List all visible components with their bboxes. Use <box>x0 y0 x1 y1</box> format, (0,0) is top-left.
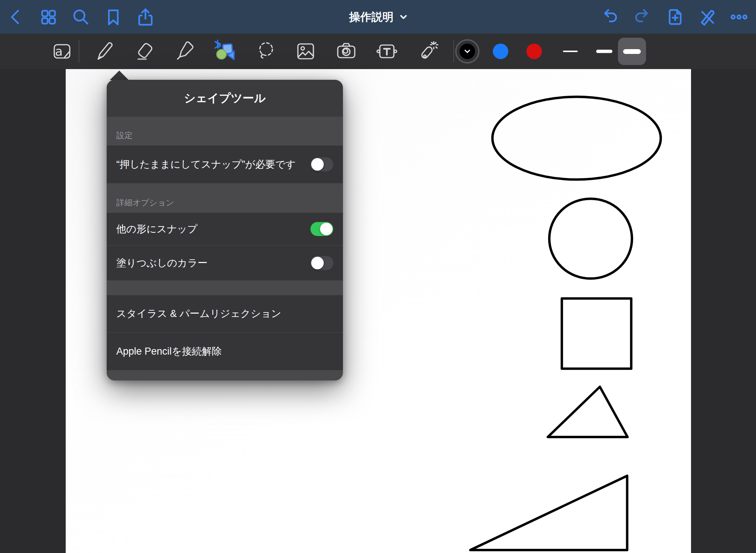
stroke-width-thick[interactable] <box>618 38 646 65</box>
drawn-shape-polygon[interactable] <box>548 387 628 437</box>
toolbar-divider <box>453 40 454 62</box>
setting-label: 塗りつぶしのカラー <box>116 256 207 270</box>
document-title-label: 操作説明 <box>349 9 394 24</box>
setting-label: “押したままにしてスナップ”が必要です <box>116 158 296 171</box>
chevron-down-icon <box>464 49 471 54</box>
svg-text:a: a <box>55 44 63 59</box>
document-title[interactable]: 操作説明 <box>349 9 408 24</box>
section-header-advanced-options: 詳細オプション <box>107 183 343 213</box>
text-tool[interactable] <box>375 40 399 63</box>
stroke-width-thin[interactable] <box>563 51 578 52</box>
section-spacer <box>107 280 343 295</box>
drawn-shape-ellipse[interactable] <box>492 97 661 180</box>
hold-to-snap-toggle[interactable] <box>310 157 333 171</box>
thumbnails-grid-icon[interactable] <box>39 7 58 27</box>
pen-crossed-icon[interactable] <box>698 7 717 27</box>
undo-icon[interactable] <box>600 7 619 27</box>
fill-color-toggle[interactable] <box>310 256 333 270</box>
drawn-shape-ellipse[interactable] <box>549 199 632 279</box>
highlighter-tool[interactable] <box>172 40 196 63</box>
bookmark-icon[interactable] <box>104 7 123 27</box>
goodnotes-app-window: 操作説明 a <box>0 0 756 553</box>
lasso-tool[interactable] <box>254 40 278 63</box>
laser-pointer-tool[interactable] <box>416 40 440 63</box>
snap-to-shapes-toggle[interactable] <box>310 222 333 236</box>
drawn-shape-rect[interactable] <box>562 298 631 369</box>
setting-row-snap-to-other-shapes: 他の形にスナップ <box>107 213 343 245</box>
search-icon[interactable] <box>71 7 90 27</box>
shape-tool[interactable] <box>212 40 236 63</box>
shape-tool-popover: シェイプツール 設定 “押したままにしてスナップ”が必要です 詳細オプション 他… <box>107 80 343 380</box>
color-swatch-blue[interactable] <box>493 44 508 59</box>
color-swatch-red[interactable] <box>526 44 542 59</box>
setting-row-fill-color: 塗りつぶしのカラー <box>107 246 343 280</box>
toolbar-divider <box>79 40 79 62</box>
popover-title: シェイプツール <box>107 80 343 117</box>
popover-arrow <box>110 71 129 80</box>
chevron-down-icon <box>399 13 408 21</box>
drawn-shape-polygon[interactable] <box>470 476 627 550</box>
redo-icon[interactable] <box>633 7 652 27</box>
setting-row-hold-to-snap: “押したままにしてスナップ”が必要です <box>107 146 343 183</box>
section-header-settings: 設定 <box>107 117 343 146</box>
color-swatch-black[interactable] <box>455 39 480 64</box>
top-navigation-bar: 操作説明 <box>0 0 756 34</box>
back-chevron-icon[interactable] <box>6 7 25 27</box>
canvas-stage: シェイプツール 設定 “押したままにしてスナップ”が必要です 詳細オプション 他… <box>0 69 756 553</box>
pen-tool[interactable] <box>93 40 116 63</box>
add-page-icon[interactable] <box>666 7 685 27</box>
popover-footer-strip <box>107 370 343 380</box>
camera-tool[interactable] <box>334 40 358 63</box>
image-tool[interactable] <box>294 40 317 63</box>
eraser-tool[interactable] <box>133 40 157 63</box>
more-ellipsis-icon[interactable] <box>729 7 749 27</box>
zoom-window-tool[interactable]: a <box>50 40 73 63</box>
share-icon[interactable] <box>136 7 155 27</box>
bluetooth-icon <box>215 40 220 48</box>
drawing-toolbar: a <box>0 34 756 69</box>
menu-item-disconnect-apple-pencil[interactable]: Apple Pencilを接続解除 <box>107 332 343 370</box>
stroke-width-medium[interactable] <box>596 50 612 53</box>
menu-item-stylus-palm-rejection[interactable]: スタイラス & パームリジェクション <box>107 295 343 332</box>
setting-label: 他の形にスナップ <box>116 222 197 236</box>
